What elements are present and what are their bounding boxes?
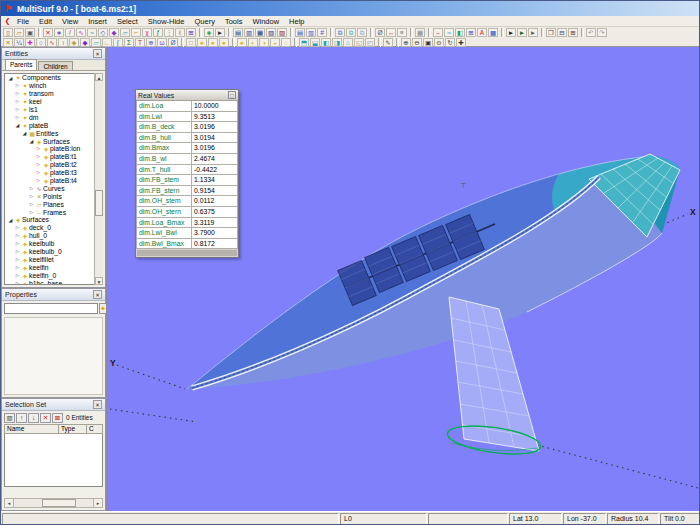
expand-icon[interactable]: ▷ [14,115,21,120]
remove-all-button[interactable]: ⊠ [52,413,63,423]
expand-icon[interactable]: ▷ [14,273,21,278]
copy-view-1-button[interactable]: ⧉ [335,28,345,37]
expand-icon[interactable]: ▷ [14,265,21,270]
real-value-row-dim-Loa-Bmax[interactable]: dim.Loa_Bmax3.3119 [136,218,238,229]
tree-item-frames[interactable]: ▷∟Frames [5,208,102,216]
entity-magnet-button[interactable]: ✚ [25,38,35,47]
expand-icon[interactable]: ▷ [28,194,35,199]
entity-curve-button[interactable]: ∿ [47,38,57,47]
window-tile-h-button[interactable]: ⊟ [557,28,567,37]
hscroll-thumb[interactable] [42,499,76,507]
expand-icon[interactable]: ▷ [14,83,21,88]
insert-formula-button[interactable]: ƒ [153,28,163,37]
pan-view-button[interactable]: ✚ [456,38,466,47]
tree-item-plateb-t3[interactable]: ▷◈plateB:t3 [5,169,102,177]
expand-icon[interactable]: ▷ [14,241,21,246]
columns-button[interactable]: ▥ [4,413,15,423]
entity-graph-button[interactable]: ∫ [113,38,123,47]
expand-icon[interactable]: ▷ [35,146,42,151]
hide-all-button[interactable]: □ [186,38,196,47]
sketch-button[interactable]: ✎ [383,38,393,47]
selection-close-icon[interactable]: ✕ [93,400,102,409]
collapse-icon[interactable]: ◢ [7,75,14,81]
pick-button[interactable]: ► [506,28,516,37]
insert-plane-button[interactable]: ▱ [120,28,130,37]
tree-item-surfaces[interactable]: ◢◈Surfaces [5,137,102,145]
insert-relabel-button[interactable]: ℓ [175,28,185,37]
save-button[interactable]: ▣ [25,28,35,37]
delete-entity-button[interactable]: ✕ [43,28,53,37]
rotate-view-button[interactable]: ↻ [445,38,455,47]
contours-button[interactable]: ≈ [444,28,454,37]
title-bar[interactable]: ⚑ MultiSurf 9.0 - [ boat-6.ms2:1] [1,1,699,16]
insert-line-button[interactable]: / [65,28,75,37]
menu-file[interactable]: File [12,17,34,26]
scroll-thumb[interactable] [95,190,103,216]
tree-item-transom[interactable]: ▷✦transom [5,90,102,98]
zoom-out-button[interactable]: ⊖ [412,38,422,47]
new-file-button[interactable]: ▯ [3,28,13,37]
view-cube-right-button[interactable]: ◨ [332,38,342,47]
expand-icon[interactable]: ▷ [14,225,21,230]
entities-tree[interactable]: ◢✦Components▷✦winch▷✦transom▷✦keel▷✦ls1▷… [4,73,103,285]
view-side-button[interactable]: ▦ [255,28,265,37]
expand-icon[interactable]: ▷ [14,91,21,96]
zoom-extents-button[interactable]: ⊙ [434,38,444,47]
measure-button[interactable]: Ø [375,28,385,37]
tree-item-planes[interactable]: ▷▱Planes [5,200,102,208]
expand-icon[interactable]: ▷ [28,186,35,191]
tree-item-entities[interactable]: ◢▦Entities [5,129,102,137]
tree-item-surfaces[interactable]: ◢◈Surfaces [5,216,102,224]
entity-snake-button[interactable]: ≀ [58,38,68,47]
real-value-row-dim-OH-stern[interactable]: dim.OH_stern0.6375 [136,207,238,218]
tree-item-winch[interactable]: ▷✦winch [5,82,102,90]
scroll-down-icon[interactable]: ▼ [95,277,103,285]
tree-item-b1bc-base[interactable]: ▷◈b1bc_base [5,279,102,285]
expand-icon[interactable]: ▷ [14,257,21,262]
copy-view-3-button[interactable]: ⧉ [357,28,367,37]
tab-children[interactable]: Children [38,61,72,70]
insert-variable-button[interactable]: χ [142,28,152,37]
tab-parents[interactable]: Parents [5,59,37,70]
entity-surface-button[interactable]: ◈ [69,38,79,47]
view-cube-back-button[interactable]: ⬓ [310,38,320,47]
menu-showhide[interactable]: Show-Hide [143,17,190,26]
view-cube-left-button[interactable]: ◧ [321,38,331,47]
view-top-button[interactable]: ▥ [244,28,254,37]
redo-button[interactable]: ↷ [597,28,607,37]
entities-close-icon[interactable]: ✕ [93,49,102,58]
expand-icon[interactable]: ▷ [35,178,42,183]
pick-fence-button[interactable]: ► [528,28,538,37]
entity-solid-button[interactable]: ◆ [80,38,90,47]
expand-icon[interactable]: ▷ [14,281,21,285]
weights-button[interactable]: ≡ [397,28,407,37]
zoom-window-button[interactable]: ▣ [423,38,433,47]
expand-icon[interactable]: ▷ [28,210,35,215]
tree-item-keelbulb-0[interactable]: ▷◈keelbulb_0 [5,248,102,256]
view-prev-button[interactable]: ◱ [354,38,364,47]
grid-columns-3-button[interactable]: # [317,28,327,37]
real-value-row-dim-FB-stern[interactable]: dim.FB_stern0.9154 [136,186,238,197]
show-selected-bulb-button[interactable]: ◒ [270,38,280,47]
hatch-button[interactable]: ▩ [488,28,498,37]
tree-item-ls1[interactable]: ▷✦ls1 [5,106,102,114]
tree-item-dm[interactable]: ▷✦dm [5,113,102,121]
real-values-resize-strip[interactable] [137,250,237,256]
view-perspective-button[interactable]: ▨ [277,28,287,37]
entity-frame-button[interactable]: ∟ [102,38,112,47]
grid-columns-1-button[interactable]: ▤ [295,28,305,37]
entity-misc-button[interactable]: Ø [168,38,178,47]
blink-button[interactable]: ◌ [281,38,291,47]
view-home-button[interactable]: ⌂ [343,38,353,47]
entity-formula-button[interactable]: Σ [124,38,134,47]
insert-surface-button[interactable]: ◇ [98,28,108,37]
tree-item-keelfin[interactable]: ▷◈keelfin [5,263,102,271]
undo-button[interactable]: ↶ [586,28,596,37]
real-value-row-dim-FB-stem[interactable]: dim.FB_stem1.1334 [136,175,238,186]
tree-item-components[interactable]: ◢✦Components [5,74,102,82]
real-values-titlebar[interactable]: Real Values ▢ [136,90,238,101]
entity-plane-button[interactable]: ▱ [91,38,101,47]
pick-add-button[interactable]: ► [517,28,527,37]
real-value-row-dim-OH-stem[interactable]: dim.OH_stem0.0112 [136,196,238,207]
expand-icon[interactable]: ▷ [14,99,21,104]
